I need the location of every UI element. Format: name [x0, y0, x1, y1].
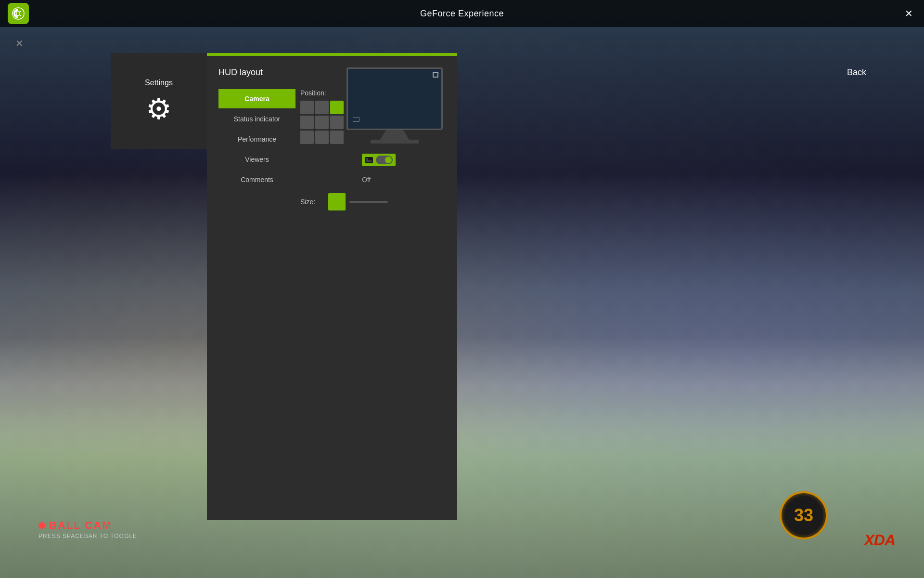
pos-dot-br[interactable] [330, 131, 344, 144]
pos-dot-ml[interactable] [300, 116, 314, 129]
size-slider[interactable] [349, 201, 388, 203]
close-button[interactable]: ✕ [901, 6, 916, 21]
back-x-button[interactable]: ✕ [15, 38, 24, 49]
player-number-badge: 33 [780, 491, 828, 539]
xda-logo: XDA [864, 531, 895, 549]
back-button[interactable]: Back [847, 67, 866, 78]
monitor-corner-indicator [433, 72, 438, 78]
gear-icon: ⚙ [146, 95, 172, 124]
nav-item-comments[interactable]: Comments [218, 170, 295, 189]
nav-item-status-indicator[interactable]: Status indicator [218, 109, 295, 129]
status-indicator-row [300, 154, 446, 166]
ball-cam-overlay: BALL CAM PRESS SPACEBAR TO TOGGLE [38, 519, 137, 539]
pos-dot-bl[interactable] [300, 131, 314, 144]
nvidia-logo-svg [11, 6, 26, 21]
pos-dot-bc[interactable] [315, 131, 329, 144]
pos-dot-mr[interactable] [330, 116, 344, 129]
size-box[interactable] [328, 193, 346, 210]
monitor-stand [380, 130, 409, 140]
settings-title: Settings [145, 79, 173, 87]
ball-cam-dot [38, 522, 45, 529]
xda-text: XDA [864, 531, 895, 549]
status-toggle[interactable] [362, 154, 396, 166]
pos-dot-tl[interactable] [300, 101, 314, 114]
nav-item-camera[interactable]: Camera [218, 89, 295, 108]
ball-cam-label: BALL CAM [49, 519, 112, 532]
toggle-switch [376, 156, 393, 164]
ball-cam-sub: PRESS SPACEBAR TO TOGGLE [38, 533, 137, 539]
title-bar: GeForce Experience ✕ [0, 0, 924, 27]
nav-item-viewers[interactable]: Viewers [218, 150, 295, 169]
size-row: Size: [300, 193, 446, 210]
nav-item-performance[interactable]: Performance [218, 130, 295, 149]
monitor-small-indicator [353, 117, 359, 122]
pos-dot-mc[interactable] [315, 116, 329, 129]
ball-cam-title: BALL CAM [38, 519, 137, 532]
pos-dot-tc[interactable] [315, 101, 329, 114]
performance-row: Off [300, 176, 446, 184]
camera-mini-icon [365, 157, 373, 163]
monitor-base [371, 140, 419, 144]
player-number: 33 [794, 505, 813, 525]
monitor-screen [346, 67, 443, 130]
settings-panel: Settings ⚙ [111, 53, 207, 149]
window-title: GeForce Experience [420, 9, 504, 19]
monitor-preview [346, 67, 443, 144]
performance-value: Off [362, 176, 371, 184]
hud-nav: Camera Status indicator Performance View… [218, 89, 295, 189]
pos-dot-tr[interactable] [330, 101, 344, 114]
nvidia-logo [8, 3, 29, 24]
size-label: Size: [300, 198, 324, 206]
